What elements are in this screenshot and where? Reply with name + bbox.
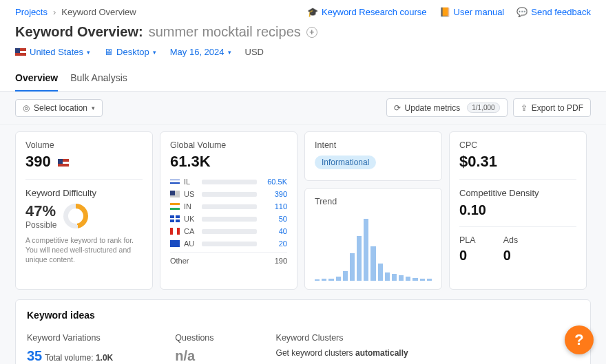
gv-row: IL60.5K	[170, 178, 287, 186]
tab-overview[interactable]: Overview	[15, 67, 58, 92]
variations-count[interactable]: 35	[27, 348, 42, 363]
clusters-sub: Get keyword clusters automatically	[276, 348, 408, 358]
device-filter[interactable]: 🖥 Desktop ▾	[104, 47, 156, 57]
gv-country: CA	[184, 227, 198, 235]
density-value: 0.10	[459, 202, 576, 218]
value-text: 390	[25, 153, 51, 170]
gv-bar	[202, 180, 257, 184]
trend-bar	[322, 279, 326, 281]
kd-donut-icon	[63, 204, 88, 228]
sub-bold: automatically	[355, 348, 408, 358]
questions-label: Questions	[175, 333, 213, 343]
flag-il-icon	[170, 178, 180, 185]
global-volume-card: Global Volume 61.3K IL60.5KUS390IN110UK5…	[160, 131, 297, 290]
link-keyword-research-course[interactable]: 🎓 Keyword Research course	[307, 7, 426, 17]
chat-icon: 💬	[516, 7, 527, 17]
card-label: Intent	[315, 140, 432, 150]
trend-chart	[315, 219, 432, 281]
trend-bar	[357, 236, 362, 281]
gv-country: US	[184, 190, 198, 198]
trend-bar	[378, 264, 383, 281]
flag-us-icon	[170, 191, 180, 197]
chevron-down-icon: ▾	[153, 49, 156, 56]
select-location-button[interactable]: ◎ Select location ▾	[15, 99, 103, 117]
gv-value[interactable]: 40	[261, 227, 287, 235]
trend-bar	[350, 253, 355, 281]
desktop-icon: 🖥	[104, 47, 113, 57]
link-user-manual[interactable]: 📙 User manual	[439, 7, 505, 17]
volume-card: Volume 390 Keyword Difficulty 47% Possib…	[15, 131, 153, 290]
chevron-down-icon: ▾	[87, 49, 90, 56]
flag-uk-icon	[170, 215, 180, 222]
filter-label: May 16, 2024	[170, 47, 224, 57]
gv-value[interactable]: 60.5K	[261, 178, 287, 186]
link-label: Keyword Research course	[322, 7, 426, 17]
gv-bar	[202, 229, 257, 234]
kd-label: Keyword Difficulty	[25, 188, 143, 198]
flag-us-icon	[15, 48, 26, 56]
book-icon: 📙	[439, 7, 450, 17]
gv-value[interactable]: 390	[261, 190, 287, 198]
link-label: Send feedback	[531, 7, 591, 17]
country-filter[interactable]: United States ▾	[15, 47, 90, 57]
breadcrumb-root[interactable]: Projects	[15, 7, 48, 17]
add-keyword-button[interactable]: +	[306, 27, 317, 38]
currency-label: USD	[245, 47, 264, 57]
ads-value: 0	[503, 248, 519, 264]
gv-value[interactable]: 20	[261, 239, 287, 248]
tab-bulk-analysis[interactable]: Bulk Analysis	[70, 67, 127, 91]
update-metrics-button[interactable]: ⟳ Update metrics 1/1,000	[386, 98, 508, 117]
date-filter[interactable]: May 16, 2024 ▾	[170, 47, 231, 57]
trend-bar	[412, 278, 417, 281]
help-fab[interactable]: ?	[565, 325, 594, 354]
gv-other-label: Other	[170, 257, 189, 265]
trend-bar	[370, 246, 375, 281]
density-label: Competitive Density	[459, 188, 576, 198]
export-pdf-button[interactable]: ⇪ Export to PDF	[513, 98, 591, 117]
trend-bar	[427, 279, 432, 281]
gv-row: US390	[170, 190, 287, 198]
intent-card: Intent Informational	[304, 131, 442, 181]
flag-us-icon	[58, 159, 69, 167]
trend-bar	[328, 279, 333, 281]
chevron-down-icon: ▾	[92, 105, 95, 111]
card-label: Volume	[25, 140, 143, 150]
card-label: CPC	[459, 140, 576, 150]
pla-value: 0	[459, 248, 476, 264]
refresh-icon: ⟳	[394, 103, 401, 113]
graduation-cap-icon: 🎓	[307, 7, 318, 17]
gv-row: UK50	[170, 215, 287, 223]
question-icon: ?	[574, 331, 583, 349]
button-label: Update metrics	[405, 103, 461, 113]
upload-icon: ⇪	[521, 103, 527, 113]
sub-bold: 1.0K	[96, 353, 113, 363]
gv-other-value: 190	[261, 257, 287, 265]
chevron-down-icon: ▾	[228, 49, 231, 56]
gv-country: IN	[184, 202, 198, 211]
trend-bar	[336, 277, 341, 281]
trend-bar	[392, 274, 397, 281]
sub-prefix: Total volume:	[45, 353, 94, 363]
trend-bar	[399, 275, 404, 281]
gv-country: IL	[184, 178, 198, 186]
intent-pill: Informational	[315, 156, 376, 169]
gv-value[interactable]: 50	[261, 215, 287, 223]
button-label: Select location	[34, 103, 87, 113]
link-send-feedback[interactable]: 💬 Send feedback	[516, 7, 591, 17]
gv-row: AU20	[170, 239, 287, 248]
breadcrumb-current: Keyword Overview	[61, 7, 136, 17]
clusters-label: Keyword Clusters	[276, 333, 408, 343]
gv-bar	[202, 192, 257, 197]
page-title: Keyword Overview:	[15, 24, 143, 40]
cpc-value: $0.31	[459, 153, 576, 171]
kd-band: Possible	[25, 220, 56, 230]
ideas-title: Keyword ideas	[27, 310, 579, 321]
flag-in-icon	[170, 203, 180, 210]
pla-label: PLA	[459, 235, 476, 245]
gv-bar	[202, 217, 257, 222]
trend-bar	[364, 219, 368, 281]
gv-value[interactable]: 110	[261, 202, 287, 211]
target-icon: ◎	[23, 103, 30, 113]
filter-label: United States	[30, 47, 83, 57]
gv-country: UK	[184, 215, 198, 223]
